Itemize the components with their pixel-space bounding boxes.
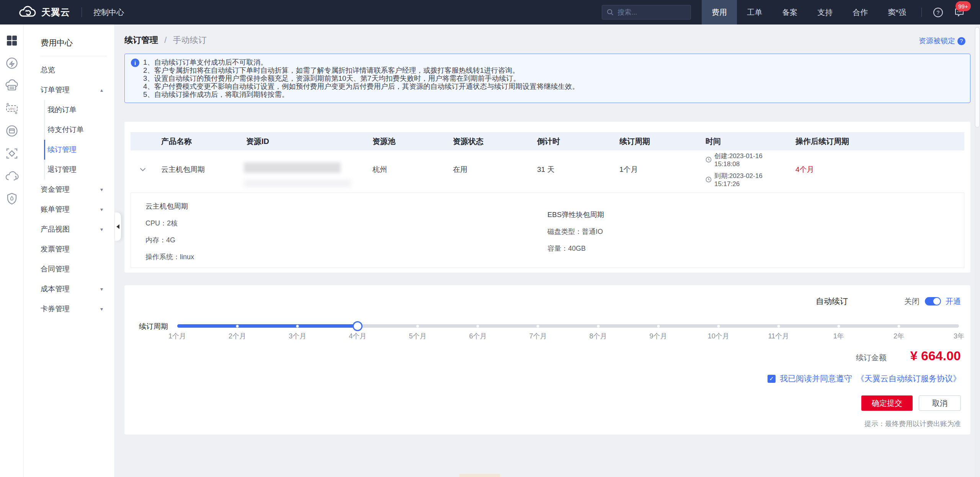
sidebar-item-cost-management[interactable]: 成本管理▾ [24,279,114,299]
agreement-checkbox[interactable]: ✓ [768,375,776,383]
clock-icon [706,176,712,183]
tick-3month[interactable]: 3个月 [289,332,306,341]
chevron-down-icon: ▾ [100,186,103,193]
nav-item-support[interactable]: 支持 [807,0,843,25]
tick-3year[interactable]: 3年 [954,332,964,341]
table-row: 云主机包周期 杭州 在用 31 天 1个月 创建:2023-01-16 15:1… [131,150,964,189]
notice-line: 1、自动续订订单支付成功后不可取消。 [143,58,962,66]
sidebar-item-my-orders[interactable]: 我的订单 [24,100,114,120]
tick-1year[interactable]: 1年 [833,332,844,341]
ecs-icon[interactable] [5,56,19,70]
vm-spec-os: 操作系统：linux [145,252,194,261]
renew-period-slider-row: 续订周期 1个月 2个月 3个月 4个月 [139,322,959,345]
nav-item-fees[interactable]: 费用 [702,0,737,25]
dashboard-icon[interactable] [5,34,19,47]
sidebar-collapse-handle[interactable] [115,212,121,241]
chevron-down-icon [140,168,146,172]
tick-7month[interactable]: 7个月 [529,332,547,341]
global-search[interactable] [602,5,691,20]
sidebar-item-renewal-management[interactable]: 续订管理 [24,140,114,160]
renewal-notice: i 1、自动续订订单支付成功后不可取消。 2、客户专属折扣将在自动续订下单时自动… [124,54,970,103]
resource-locked-link[interactable]: 资源被锁定 ? [919,36,965,46]
message-icon[interactable]: 99+ [949,0,970,25]
question-icon[interactable]: ? [957,37,965,45]
col-resource-status: 资源状态 [447,136,531,147]
renew-amount-label: 续订金额 [856,353,887,363]
sidebar-item-invoice-management[interactable]: 发票管理 [24,239,114,259]
sidebar-item-product-view[interactable]: 产品视图▾ [24,219,114,239]
user-menu[interactable]: 窦*强 [878,0,916,25]
brand-name[interactable]: 天翼云 [41,6,70,18]
notification-badge: 99+ [956,1,971,11]
period-slider-track[interactable] [177,324,959,328]
nav-item-tickets[interactable]: 工单 [737,0,772,25]
sidebar-item-overview[interactable]: 总览 [24,60,114,80]
nav-item-icp[interactable]: 备案 [772,0,807,25]
toggle-on-label: 开通 [946,296,961,307]
table-header-row: 产品名称 资源ID 资源池 资源状态 倒计时 续订周期 时间 操作后续订周期 [131,132,964,150]
ebs-spec-capacity: 容量：40GB [547,244,604,253]
breadcrumb-parent[interactable]: 续订管理 [124,35,158,45]
sidebar-item-unsubscribe-management[interactable]: 退订管理 [24,160,114,180]
ebs-detail: EBS弹性块包周期 磁盘类型：普通IO 容量：40GB [547,210,604,253]
sidebar-item-contract-management[interactable]: 合同管理 [24,259,114,279]
cloud-server-icon[interactable] [5,79,19,93]
notice-line: 2、客户专属折扣将在自动续订下单时自动折算，如需了解专属折扣详情请联系客户经理，… [143,66,962,74]
scrollbar-thumb[interactable] [975,28,979,127]
tick-4month[interactable]: 4个月 [349,332,366,341]
tick-2month[interactable]: 2个月 [229,332,246,341]
toggle-off-label: 关闭 [904,296,920,307]
col-product-name: 产品名称 [155,136,240,147]
vm-spec-cpu: CPU：2核 [145,219,194,228]
top-navbar: 天翼云 控制中心 费用 工单 备案 支持 合作 窦*强 ? 99+ [0,0,980,25]
col-resource-id: 资源ID [240,136,366,147]
sidebar-item-pending-payment[interactable]: 待支付订单 [24,120,114,140]
sidebar-divider [41,56,107,56]
breadcrumb: 续订管理 / 手动续订 [124,34,206,46]
tick-5month[interactable]: 5个月 [409,332,426,341]
auto-renew-toggle[interactable] [925,297,941,305]
sidebar-title: 费用中心 [41,38,114,48]
period-slider-handle[interactable] [353,321,363,331]
cancel-button[interactable]: 取消 [919,395,961,411]
billing-sidebar: 费用中心 总览 订单管理▴ 我的订单 待支付订单 续订管理 退订管理 资金管理▾… [24,25,115,477]
help-icon[interactable]: ? [927,0,949,25]
redacted-text [244,180,351,187]
submit-button[interactable]: 确定提交 [861,395,913,411]
ctyun-cloud-logo-icon[interactable] [18,6,37,19]
svg-text:?: ? [936,9,939,15]
tick-9month[interactable]: 9个月 [650,332,667,341]
page-scrollbar [975,25,980,477]
sidebar-item-bill-management[interactable]: 账单管理▾ [24,199,114,219]
svg-text:VPC: VPC [8,107,15,111]
row-expand-chevron[interactable] [131,168,155,172]
tick-8month[interactable]: 8个月 [590,332,607,341]
search-input[interactable] [617,8,707,17]
scan-icon[interactable] [5,147,19,160]
vpc-icon[interactable]: VPC [5,101,19,115]
chevron-down-icon: ▾ [100,206,103,212]
tick-2year[interactable]: 2年 [893,332,904,341]
resource-table-card: 产品名称 资源ID 资源池 资源状态 倒计时 续订周期 时间 操作后续订周期 云… [124,122,970,273]
vm-detail: 云主机包周期 CPU：2核 内存：4G 操作系统：linux [145,201,194,261]
tick-1month[interactable]: 1个月 [168,332,186,341]
sidebar-item-funds-management[interactable]: 资金管理▾ [24,180,114,199]
tick-10month[interactable]: 10个月 [708,332,729,341]
shield-icon[interactable] [5,192,19,206]
agreement-link[interactable]: 《天翼云自动续订服务协议》 [856,373,961,384]
tick-6month[interactable]: 6个月 [469,332,487,341]
period-tick-labels: 1个月 2个月 3个月 4个月 5个月 6个月 7个月 8个月 9个月 10个月… [177,332,959,341]
notice-line: 5、自动续订操作成功后，将取消到期转按需。 [143,90,962,98]
sidebar-item-order-management[interactable]: 订单管理▴ [24,80,114,100]
nav-item-partner[interactable]: 合作 [843,0,878,25]
search-icon [607,9,614,16]
console-icon[interactable] [5,124,19,138]
tick-11month[interactable]: 11个月 [768,332,789,341]
sidebar-item-coupon-management[interactable]: 卡券管理▾ [24,299,114,319]
cloud-upload-icon[interactable] [5,169,19,183]
collapse-left-icon [116,224,119,229]
breadcrumb-current: 手动续订 [173,35,206,45]
clock-icon [706,157,712,163]
vm-spec-memory: 内存：4G [145,235,194,245]
console-center-link[interactable]: 控制中心 [93,7,124,18]
